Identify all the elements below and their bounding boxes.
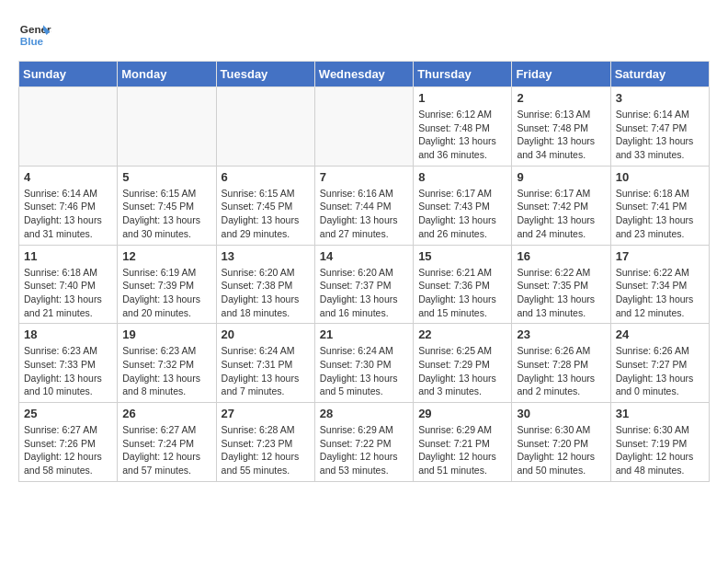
- day-number: 9: [517, 170, 605, 184]
- day-number: 2: [517, 91, 605, 105]
- logo-icon: General Blue: [18, 18, 51, 52]
- day-info: Sunrise: 6:30 AM Sunset: 7:19 PM Dayligh…: [616, 423, 704, 477]
- calendar-cell: 27Sunrise: 6:28 AM Sunset: 7:23 PM Dayli…: [216, 403, 314, 482]
- day-info: Sunrise: 6:30 AM Sunset: 7:20 PM Dayligh…: [517, 423, 605, 477]
- day-info: Sunrise: 6:26 AM Sunset: 7:28 PM Dayligh…: [517, 344, 605, 398]
- day-number: 29: [418, 407, 506, 420]
- day-info: Sunrise: 6:29 AM Sunset: 7:21 PM Dayligh…: [418, 423, 506, 477]
- calendar-cell: 28Sunrise: 6:29 AM Sunset: 7:22 PM Dayli…: [314, 403, 413, 482]
- day-header-thursday: Thursday: [414, 62, 512, 87]
- day-header-sunday: Sunday: [19, 62, 118, 87]
- day-number: 28: [320, 407, 408, 420]
- calendar-cell: 19Sunrise: 6:23 AM Sunset: 7:32 PM Dayli…: [118, 324, 216, 403]
- day-header-tuesday: Tuesday: [216, 62, 314, 87]
- calendar-cell: 30Sunrise: 6:30 AM Sunset: 7:20 PM Dayli…: [512, 403, 610, 482]
- calendar-week-row: 25Sunrise: 6:27 AM Sunset: 7:26 PM Dayli…: [19, 403, 710, 482]
- day-number: 8: [418, 170, 506, 184]
- day-info: Sunrise: 6:18 AM Sunset: 7:41 PM Dayligh…: [616, 187, 704, 241]
- calendar-cell: 9Sunrise: 6:17 AM Sunset: 7:42 PM Daylig…: [512, 166, 610, 245]
- day-number: 17: [616, 249, 704, 263]
- day-number: 31: [616, 407, 704, 420]
- header: General Blue: [18, 18, 710, 52]
- day-info: Sunrise: 6:27 AM Sunset: 7:26 PM Dayligh…: [24, 423, 112, 477]
- calendar-cell: 23Sunrise: 6:26 AM Sunset: 7:28 PM Dayli…: [512, 324, 610, 403]
- calendar-cell: 5Sunrise: 6:15 AM Sunset: 7:45 PM Daylig…: [118, 166, 216, 245]
- calendar-table: SundayMondayTuesdayWednesdayThursdayFrid…: [18, 61, 710, 482]
- calendar-cell: 29Sunrise: 6:29 AM Sunset: 7:21 PM Dayli…: [414, 403, 512, 482]
- calendar-cell: 26Sunrise: 6:27 AM Sunset: 7:24 PM Dayli…: [118, 403, 216, 482]
- calendar-cell: 25Sunrise: 6:27 AM Sunset: 7:26 PM Dayli…: [19, 403, 118, 482]
- day-info: Sunrise: 6:24 AM Sunset: 7:30 PM Dayligh…: [320, 344, 408, 398]
- calendar-cell: 18Sunrise: 6:23 AM Sunset: 7:33 PM Dayli…: [19, 324, 118, 403]
- calendar-cell: 7Sunrise: 6:16 AM Sunset: 7:44 PM Daylig…: [314, 166, 413, 245]
- day-info: Sunrise: 6:26 AM Sunset: 7:27 PM Dayligh…: [616, 344, 704, 398]
- day-info: Sunrise: 6:15 AM Sunset: 7:45 PM Dayligh…: [222, 187, 310, 241]
- day-number: 15: [418, 249, 506, 263]
- day-header-saturday: Saturday: [610, 62, 709, 87]
- day-info: Sunrise: 6:13 AM Sunset: 7:48 PM Dayligh…: [517, 108, 605, 162]
- day-number: 19: [122, 327, 210, 341]
- day-info: Sunrise: 6:17 AM Sunset: 7:42 PM Dayligh…: [517, 187, 605, 241]
- day-number: 12: [122, 249, 210, 263]
- day-info: Sunrise: 6:29 AM Sunset: 7:22 PM Dayligh…: [320, 423, 408, 477]
- day-info: Sunrise: 6:19 AM Sunset: 7:39 PM Dayligh…: [122, 266, 210, 320]
- calendar-cell: 16Sunrise: 6:22 AM Sunset: 7:35 PM Dayli…: [512, 245, 610, 324]
- day-number: 16: [517, 249, 605, 263]
- day-number: 24: [616, 327, 704, 341]
- day-number: 21: [320, 327, 408, 341]
- day-number: 4: [24, 170, 112, 184]
- calendar-cell: 2Sunrise: 6:13 AM Sunset: 7:48 PM Daylig…: [512, 87, 610, 167]
- calendar-week-row: 1Sunrise: 6:12 AM Sunset: 7:48 PM Daylig…: [19, 87, 710, 167]
- day-number: 6: [222, 170, 310, 184]
- day-info: Sunrise: 6:23 AM Sunset: 7:33 PM Dayligh…: [24, 344, 112, 398]
- day-number: 20: [222, 327, 310, 341]
- calendar-cell: 22Sunrise: 6:25 AM Sunset: 7:29 PM Dayli…: [414, 324, 512, 403]
- calendar-cell: 8Sunrise: 6:17 AM Sunset: 7:43 PM Daylig…: [414, 166, 512, 245]
- day-info: Sunrise: 6:25 AM Sunset: 7:29 PM Dayligh…: [418, 344, 506, 398]
- day-info: Sunrise: 6:12 AM Sunset: 7:48 PM Dayligh…: [418, 108, 506, 162]
- day-info: Sunrise: 6:17 AM Sunset: 7:43 PM Dayligh…: [418, 187, 506, 241]
- calendar-cell: 17Sunrise: 6:22 AM Sunset: 7:34 PM Dayli…: [610, 245, 709, 324]
- calendar-cell: [118, 87, 216, 167]
- calendar-cell: 20Sunrise: 6:24 AM Sunset: 7:31 PM Dayli…: [216, 324, 314, 403]
- day-info: Sunrise: 6:21 AM Sunset: 7:36 PM Dayligh…: [418, 266, 506, 320]
- day-info: Sunrise: 6:16 AM Sunset: 7:44 PM Dayligh…: [320, 187, 408, 241]
- day-info: Sunrise: 6:18 AM Sunset: 7:40 PM Dayligh…: [24, 266, 112, 320]
- calendar-cell: [19, 87, 118, 167]
- day-number: 10: [616, 170, 704, 184]
- day-info: Sunrise: 6:22 AM Sunset: 7:35 PM Dayligh…: [517, 266, 605, 320]
- day-number: 11: [24, 249, 112, 263]
- day-info: Sunrise: 6:20 AM Sunset: 7:37 PM Dayligh…: [320, 266, 408, 320]
- day-info: Sunrise: 6:27 AM Sunset: 7:24 PM Dayligh…: [122, 423, 210, 477]
- calendar-cell: 11Sunrise: 6:18 AM Sunset: 7:40 PM Dayli…: [19, 245, 118, 324]
- calendar-cell: 13Sunrise: 6:20 AM Sunset: 7:38 PM Dayli…: [216, 245, 314, 324]
- calendar-cell: 15Sunrise: 6:21 AM Sunset: 7:36 PM Dayli…: [414, 245, 512, 324]
- day-number: 18: [24, 327, 112, 341]
- calendar-cell: [216, 87, 314, 167]
- calendar-header-row: SundayMondayTuesdayWednesdayThursdayFrid…: [19, 62, 710, 87]
- day-number: 26: [122, 407, 210, 420]
- day-info: Sunrise: 6:20 AM Sunset: 7:38 PM Dayligh…: [222, 266, 310, 320]
- calendar-week-row: 11Sunrise: 6:18 AM Sunset: 7:40 PM Dayli…: [19, 245, 710, 324]
- day-header-wednesday: Wednesday: [314, 62, 413, 87]
- day-number: 14: [320, 249, 408, 263]
- day-info: Sunrise: 6:15 AM Sunset: 7:45 PM Dayligh…: [122, 187, 210, 241]
- calendar-cell: 21Sunrise: 6:24 AM Sunset: 7:30 PM Dayli…: [314, 324, 413, 403]
- day-info: Sunrise: 6:14 AM Sunset: 7:47 PM Dayligh…: [616, 108, 704, 162]
- calendar-cell: [314, 87, 413, 167]
- day-number: 30: [517, 407, 605, 420]
- day-number: 22: [418, 327, 506, 341]
- calendar-cell: 12Sunrise: 6:19 AM Sunset: 7:39 PM Dayli…: [118, 245, 216, 324]
- day-number: 5: [122, 170, 210, 184]
- calendar-cell: 3Sunrise: 6:14 AM Sunset: 7:47 PM Daylig…: [610, 87, 709, 167]
- day-number: 23: [517, 327, 605, 341]
- day-number: 3: [616, 91, 704, 105]
- calendar-cell: 4Sunrise: 6:14 AM Sunset: 7:46 PM Daylig…: [19, 166, 118, 245]
- day-header-friday: Friday: [512, 62, 610, 87]
- day-info: Sunrise: 6:28 AM Sunset: 7:23 PM Dayligh…: [222, 423, 310, 477]
- calendar-week-row: 4Sunrise: 6:14 AM Sunset: 7:46 PM Daylig…: [19, 166, 710, 245]
- day-number: 27: [222, 407, 310, 420]
- svg-text:Blue: Blue: [20, 35, 44, 47]
- day-info: Sunrise: 6:22 AM Sunset: 7:34 PM Dayligh…: [616, 266, 704, 320]
- calendar-cell: 31Sunrise: 6:30 AM Sunset: 7:19 PM Dayli…: [610, 403, 709, 482]
